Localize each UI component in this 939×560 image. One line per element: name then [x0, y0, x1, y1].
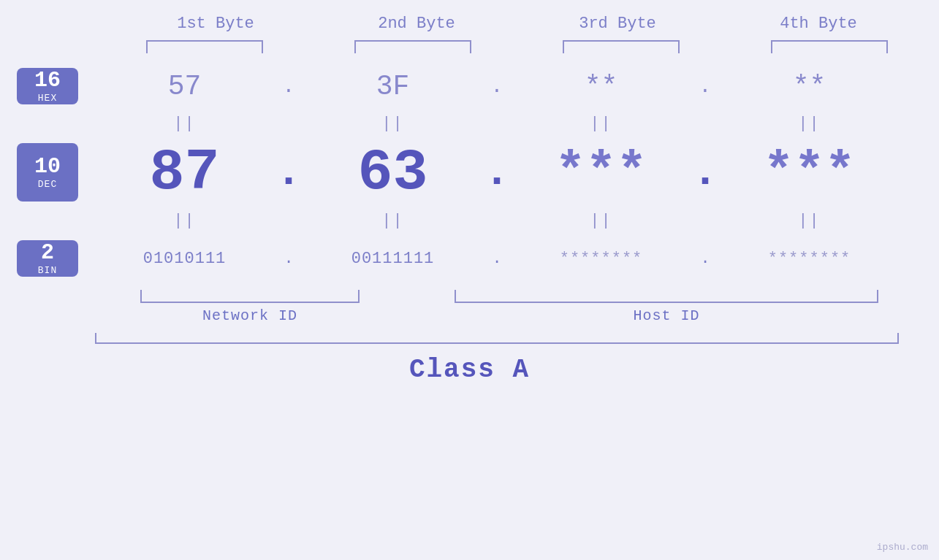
- full-bracket-row: [0, 333, 939, 344]
- eq-row-2: || || || ||: [95, 212, 899, 230]
- host-bracket: [455, 290, 878, 303]
- bin-base-number: 2: [41, 241, 54, 265]
- bin-dot-1: .: [274, 250, 303, 268]
- dec-byte-4: ***: [720, 144, 899, 202]
- eq-row-1: || || || ||: [95, 115, 899, 133]
- eq2-4: ||: [720, 212, 899, 230]
- dec-row: 10 DEC 87 . 63 . *** . ***: [0, 136, 939, 209]
- hex-byte-2: 3F: [303, 71, 482, 102]
- dec-badge: 10 DEC: [17, 143, 78, 202]
- bracket-cell-2: [324, 40, 503, 53]
- hex-val-2: 3F: [376, 71, 410, 102]
- eq-2: ||: [303, 115, 482, 133]
- bin-dot-3: .: [691, 250, 720, 268]
- eq-1: ||: [95, 115, 274, 133]
- eq2-2: ||: [303, 212, 482, 230]
- dec-values-row: 87 . 63 . *** . ***: [95, 139, 899, 206]
- network-bracket-wrap: Network ID: [95, 290, 405, 324]
- bin-base-label: BIN: [38, 265, 57, 276]
- bin-byte-1: 01010111: [95, 250, 274, 268]
- hex-badge-col: 16 HEX: [0, 61, 95, 112]
- bin-val-3: ********: [560, 250, 643, 268]
- equals-row-2: || || || ||: [0, 212, 939, 230]
- bottom-bracket-section: Network ID Host ID: [0, 290, 939, 324]
- hex-badge: 16 HEX: [17, 68, 78, 104]
- bin-row: 2 BIN 01010111 . 00111111 . ******** .: [0, 233, 939, 284]
- dec-byte-2: 63: [303, 139, 482, 206]
- bin-val-2: 00111111: [351, 250, 435, 268]
- bracket-cell-4: [740, 40, 919, 53]
- dec-dot-3: .: [691, 147, 720, 197]
- hex-byte-1: 57: [95, 71, 274, 102]
- byte-label-1: 1st Byte: [115, 15, 316, 33]
- bin-byte-2: 00111111: [303, 250, 482, 268]
- hex-byte-4: **: [720, 71, 899, 102]
- bin-values-row: 01010111 . 00111111 . ******** . *******…: [95, 250, 899, 268]
- dec-val-4: ***: [763, 144, 855, 202]
- top-bracket-3: [563, 40, 680, 53]
- bin-badge-col: 2 BIN: [0, 233, 95, 284]
- network-bracket: [140, 290, 360, 303]
- bin-badge: 2 BIN: [17, 240, 78, 277]
- dec-byte-1: 87: [95, 139, 274, 206]
- host-id-label: Host ID: [633, 307, 699, 324]
- top-bracket-row: [115, 40, 919, 53]
- top-bracket-1: [146, 40, 263, 53]
- byte-labels-row: 1st Byte 2nd Byte 3rd Byte 4th Byte: [115, 15, 919, 33]
- byte-label-3: 3rd Byte: [517, 15, 718, 33]
- byte-label-2: 2nd Byte: [316, 15, 517, 33]
- bin-byte-4: ********: [720, 250, 899, 268]
- hex-row: 16 HEX 57 . 3F . ** . **: [0, 61, 939, 112]
- hex-val-1: 57: [168, 71, 202, 102]
- hex-dot-1: .: [274, 75, 303, 98]
- full-bracket: [95, 333, 899, 344]
- dec-byte-3: ***: [512, 144, 691, 202]
- bracket-cell-3: [532, 40, 711, 53]
- eq-4: ||: [720, 115, 899, 133]
- hex-val-4: **: [793, 71, 826, 102]
- hex-byte-3: **: [512, 71, 691, 102]
- dec-badge-col: 10 DEC: [0, 136, 95, 209]
- top-bracket-4: [771, 40, 888, 53]
- main-container: 1st Byte 2nd Byte 3rd Byte 4th Byte 16 H…: [0, 0, 939, 560]
- top-bracket-2: [354, 40, 471, 53]
- bin-val-4: ********: [768, 250, 851, 268]
- hex-dot-3: .: [691, 75, 720, 98]
- byte-label-4: 4th Byte: [718, 15, 919, 33]
- hex-values-row: 57 . 3F . ** . **: [95, 71, 899, 102]
- bracket-cell-1: [115, 40, 294, 53]
- class-row: Class A: [0, 355, 939, 385]
- host-bracket-wrap: Host ID: [434, 290, 899, 324]
- network-id-label: Network ID: [202, 307, 297, 324]
- hex-dot-2: .: [482, 75, 512, 98]
- dec-base-number: 10: [34, 155, 61, 179]
- dec-val-1: 87: [149, 139, 219, 206]
- eq2-3: ||: [512, 212, 691, 230]
- hex-base-number: 16: [34, 69, 61, 93]
- bin-val-1: 01010111: [143, 250, 227, 268]
- class-label: Class A: [409, 355, 530, 385]
- eq2-1: ||: [95, 212, 274, 230]
- dec-dot-1: .: [274, 147, 303, 197]
- dec-val-2: 63: [357, 139, 427, 206]
- dec-base-label: DEC: [38, 179, 57, 190]
- dec-dot-2: .: [482, 147, 512, 197]
- hex-base-label: HEX: [38, 93, 57, 104]
- watermark: ipshu.com: [877, 542, 928, 553]
- bottom-brackets: Network ID Host ID: [95, 290, 899, 324]
- eq-3: ||: [512, 115, 691, 133]
- equals-row-1: || || || ||: [0, 115, 939, 133]
- bin-byte-3: ********: [512, 250, 691, 268]
- hex-val-3: **: [585, 71, 618, 102]
- bin-dot-2: .: [482, 250, 512, 268]
- dec-val-3: ***: [555, 144, 647, 202]
